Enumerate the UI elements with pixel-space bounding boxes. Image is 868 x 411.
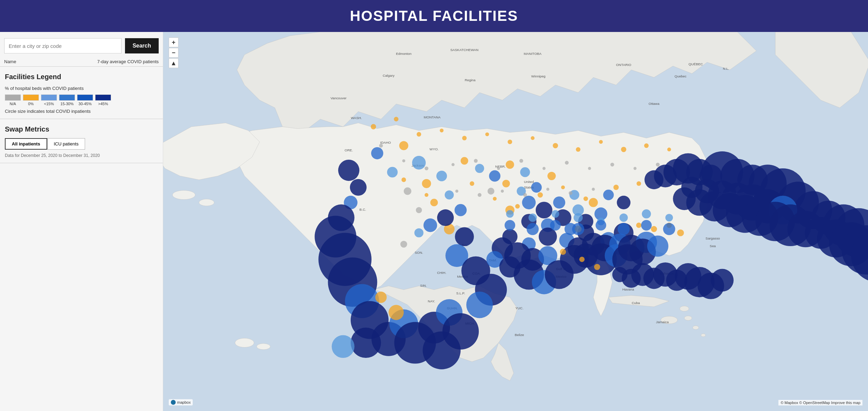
bubble[interactable] (665, 214, 673, 221)
bubble[interactable] (561, 185, 565, 189)
bubble[interactable] (462, 136, 467, 140)
bubble[interactable] (389, 305, 404, 320)
bubble[interactable] (569, 191, 573, 195)
bubble[interactable] (663, 223, 675, 235)
bubble[interactable] (572, 223, 584, 235)
bubble[interactable] (504, 220, 515, 231)
search-button[interactable]: Search (125, 38, 159, 53)
bubble[interactable] (371, 147, 383, 159)
bubble[interactable] (475, 164, 484, 173)
bubble[interactable] (565, 161, 569, 165)
bubble[interactable] (423, 332, 460, 369)
bubble[interactable] (508, 140, 512, 144)
bubble[interactable] (550, 220, 561, 231)
bubble[interactable] (543, 167, 546, 170)
bubble[interactable] (583, 196, 588, 201)
bubble[interactable] (436, 171, 447, 182)
bubble[interactable] (595, 220, 606, 231)
zoom-in-button[interactable]: + (169, 37, 178, 47)
bubble[interactable] (485, 132, 489, 136)
bubble[interactable] (651, 226, 657, 232)
bubble[interactable] (552, 210, 559, 218)
bubble[interactable] (461, 157, 468, 165)
bubble[interactable] (402, 159, 405, 162)
bubble[interactable] (588, 167, 591, 170)
bubble[interactable] (548, 172, 556, 180)
bubble[interactable] (619, 213, 628, 222)
bubble[interactable] (470, 181, 474, 186)
bubble[interactable] (371, 124, 376, 129)
bubble[interactable] (523, 193, 527, 197)
bubble[interactable] (677, 229, 684, 236)
bubble[interactable] (375, 292, 387, 303)
bubble[interactable] (430, 199, 438, 206)
bubble[interactable] (455, 227, 474, 246)
bubble[interactable] (487, 188, 494, 195)
bubble[interactable] (536, 202, 552, 218)
bubble[interactable] (466, 292, 493, 318)
bubble[interactable] (493, 197, 496, 201)
bubble[interactable] (636, 181, 641, 186)
compass-button[interactable]: ▲ (169, 58, 178, 68)
bubble[interactable] (387, 167, 398, 178)
bubble[interactable] (451, 163, 454, 166)
bubble[interactable] (579, 257, 584, 262)
bubble[interactable] (531, 182, 542, 193)
bubble[interactable] (506, 210, 514, 218)
bubble[interactable] (560, 249, 566, 255)
bubble[interactable] (599, 140, 603, 144)
bubble[interactable] (641, 220, 652, 231)
bubble[interactable] (445, 190, 454, 199)
bubble[interactable] (455, 190, 458, 193)
bubble[interactable] (489, 170, 501, 182)
bubble[interactable] (553, 196, 565, 209)
bubble[interactable] (497, 167, 500, 170)
bubble[interactable] (610, 163, 614, 167)
bubble[interactable] (350, 179, 367, 196)
bubble[interactable] (576, 147, 581, 152)
bubble[interactable] (501, 190, 504, 193)
search-input[interactable] (4, 38, 122, 53)
bubble[interactable] (537, 192, 543, 198)
bubble[interactable] (603, 190, 614, 200)
bubble[interactable] (528, 213, 537, 222)
bubble[interactable] (614, 185, 619, 190)
bubble[interactable] (642, 209, 651, 218)
bubble[interactable] (647, 235, 668, 257)
zoom-out-button[interactable]: − (169, 48, 178, 58)
bubble[interactable] (379, 144, 383, 148)
bubble[interactable] (417, 132, 421, 136)
bubble[interactable] (711, 269, 734, 292)
map-container[interactable]: Edmonton SASKATCHEWAN MANITOBA Calgary R… (163, 32, 868, 411)
bubble[interactable] (520, 167, 530, 177)
bubble[interactable] (416, 207, 422, 213)
bubble[interactable] (404, 187, 411, 195)
bubble[interactable] (519, 159, 523, 163)
bubble[interactable] (522, 196, 536, 209)
bubble[interactable] (612, 267, 627, 282)
bubble[interactable] (499, 256, 520, 277)
bubble[interactable] (412, 156, 426, 169)
bubble[interactable] (592, 188, 595, 191)
bubble[interactable] (634, 167, 637, 170)
bubble[interactable] (474, 159, 478, 163)
bubble[interactable] (502, 180, 510, 187)
bubble[interactable] (656, 163, 660, 167)
bubble[interactable] (454, 204, 467, 216)
bubble[interactable] (594, 264, 600, 270)
bubble[interactable] (414, 228, 423, 237)
bubble[interactable] (553, 143, 558, 148)
bubble[interactable] (332, 335, 354, 358)
bubble[interactable] (437, 209, 454, 226)
bubble[interactable] (618, 223, 630, 235)
bubble[interactable] (621, 147, 626, 152)
bubble[interactable] (422, 179, 431, 188)
bubble[interactable] (425, 193, 428, 197)
bubble[interactable] (400, 241, 407, 248)
bubble[interactable] (636, 223, 641, 228)
bubble[interactable] (440, 128, 444, 132)
all-inpatients-button[interactable]: All inpatients (5, 138, 47, 150)
map-attribution[interactable]: © Mapbox © OpenStreetMap Improve this ma… (778, 400, 862, 405)
bubble[interactable] (478, 193, 482, 197)
bubble[interactable] (527, 223, 539, 235)
